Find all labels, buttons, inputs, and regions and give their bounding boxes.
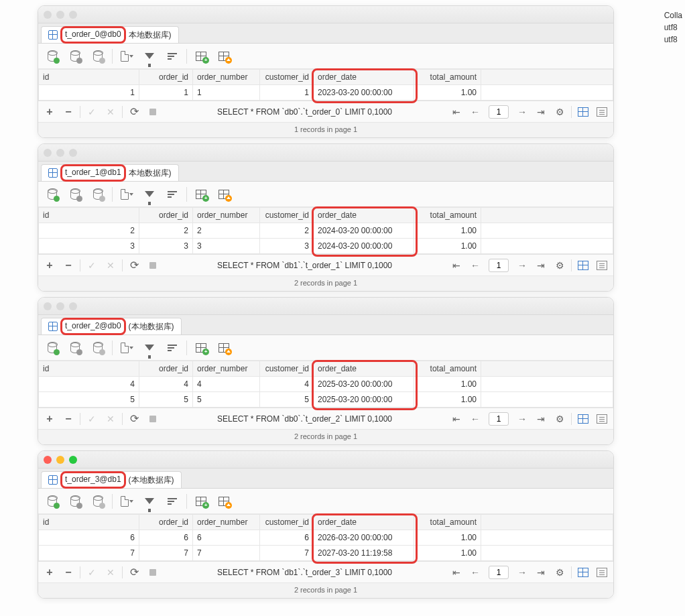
add-table-button[interactable]: + (192, 339, 210, 357)
refresh-button[interactable] (127, 412, 141, 426)
db-pending-button[interactable] (89, 493, 107, 510)
table-row[interactable]: 22222024-03-20 00:00:001.00 (39, 223, 613, 239)
first-page-button[interactable] (449, 258, 464, 273)
cell-order_date[interactable]: 2024-03-20 00:00:00 (314, 223, 414, 239)
col-order-date[interactable]: order_date (314, 208, 414, 223)
window-titlebar[interactable] (38, 144, 613, 162)
cell-id[interactable]: 2 (39, 223, 139, 239)
data-grid[interactable]: id order_id order_number customer_id ord… (38, 361, 613, 408)
sort-button[interactable] (164, 186, 181, 203)
db-rollback-button[interactable] (66, 48, 84, 65)
settings-button[interactable] (552, 565, 567, 580)
table-row[interactable]: 55552025-03-20 00:00:001.00 (39, 392, 613, 408)
tab-active[interactable]: t_order_0@db0 本地数据库) (41, 26, 179, 43)
cell-customer_id[interactable]: 6 (260, 530, 314, 546)
db-pending-button[interactable] (89, 48, 107, 65)
close-dot[interactable] (44, 302, 52, 310)
cell-order_date[interactable]: 2025-03-20 00:00:00 (314, 377, 414, 392)
cell-order_number[interactable]: 2 (193, 223, 260, 239)
apply-button[interactable] (84, 412, 99, 426)
stop-button[interactable] (145, 565, 160, 580)
window-titlebar[interactable] (38, 298, 613, 315)
db-commit-button[interactable] (44, 493, 61, 510)
table-row[interactable]: 66662026-03-20 00:00:001.00 (39, 530, 613, 546)
zoom-dot[interactable] (69, 11, 77, 19)
prev-page-button[interactable] (468, 105, 483, 119)
stop-button[interactable] (145, 412, 160, 426)
apply-button[interactable] (84, 565, 99, 580)
cell-order_date[interactable]: 2024-03-20 00:00:00 (314, 239, 414, 254)
settings-button[interactable] (552, 412, 567, 426)
col-order-number[interactable]: order_number (193, 361, 260, 377)
cell-order_number[interactable]: 7 (193, 546, 260, 561)
minimize-dot[interactable] (56, 302, 64, 310)
cell-customer_id[interactable]: 2 (260, 223, 314, 239)
export-button[interactable] (118, 339, 135, 357)
cell-order_date[interactable]: 2025-03-20 00:00:00 (314, 392, 414, 408)
delete-row-button[interactable] (61, 258, 76, 273)
cell-customer_id[interactable]: 4 (260, 377, 314, 392)
detail-view-button[interactable] (595, 105, 609, 119)
cell-id[interactable]: 6 (39, 530, 139, 546)
zoom-dot[interactable] (69, 149, 77, 157)
export-table-button[interactable] (215, 48, 233, 65)
cell-order_id[interactable]: 6 (139, 530, 193, 546)
col-total-amount[interactable]: total_amount (414, 515, 481, 530)
page-number-input[interactable] (489, 259, 509, 272)
settings-button[interactable] (552, 258, 567, 273)
next-page-button[interactable] (515, 565, 530, 580)
cell-id[interactable]: 5 (39, 392, 139, 408)
cell-total_amount[interactable]: 1.00 (414, 392, 481, 408)
cell-order_id[interactable]: 3 (139, 239, 193, 254)
cell-order_id[interactable]: 2 (139, 223, 193, 239)
last-page-button[interactable] (534, 258, 548, 273)
cell-order_number[interactable]: 3 (193, 239, 260, 254)
prev-page-button[interactable] (468, 412, 483, 426)
delete-row-button[interactable] (61, 412, 76, 426)
refresh-button[interactable] (127, 105, 141, 119)
sort-button[interactable] (164, 48, 181, 65)
cell-order_date[interactable]: 2027-03-20 11:19:58 (314, 546, 414, 561)
close-dot[interactable] (44, 149, 52, 157)
tab-active[interactable]: t_order_3@db1 (本地数据库) (41, 471, 182, 488)
col-order-id[interactable]: order_id (139, 515, 193, 530)
filter-button[interactable] (141, 339, 158, 357)
col-customer-id[interactable]: customer_id (260, 208, 314, 223)
cell-total_amount[interactable]: 1.00 (414, 377, 481, 392)
col-customer-id[interactable]: customer_id (260, 361, 314, 377)
col-order-id[interactable]: order_id (139, 208, 193, 223)
filter-button[interactable] (141, 48, 158, 65)
db-commit-button[interactable] (44, 186, 61, 203)
db-rollback-button[interactable] (66, 186, 84, 203)
filter-button[interactable] (141, 186, 158, 203)
prev-page-button[interactable] (468, 258, 483, 273)
export-button[interactable] (118, 493, 135, 510)
col-order-id[interactable]: order_id (139, 70, 193, 85)
cell-order_id[interactable]: 1 (139, 85, 193, 101)
page-number-input[interactable] (489, 412, 509, 426)
delete-row-button[interactable] (61, 105, 76, 119)
stop-button[interactable] (145, 105, 160, 119)
col-total-amount[interactable]: total_amount (414, 361, 481, 377)
last-page-button[interactable] (534, 565, 548, 580)
tab-active[interactable]: t_order_1@db1 本地数据库) (41, 164, 179, 181)
export-table-button[interactable] (215, 339, 233, 357)
col-total-amount[interactable]: total_amount (414, 70, 481, 85)
cell-customer_id[interactable]: 7 (260, 546, 314, 561)
db-rollback-button[interactable] (66, 493, 84, 510)
stop-button[interactable] (145, 258, 160, 273)
data-grid[interactable]: id order_id order_number customer_id ord… (38, 514, 613, 561)
data-grid[interactable]: id order_id order_number customer_id ord… (38, 207, 613, 254)
table-row[interactable]: 33332024-03-20 00:00:001.00 (39, 239, 613, 254)
add-row-button[interactable] (42, 105, 57, 119)
sort-button[interactable] (164, 493, 181, 510)
next-page-button[interactable] (515, 412, 530, 426)
cell-customer_id[interactable]: 5 (260, 392, 314, 408)
cell-order_number[interactable]: 1 (193, 85, 260, 101)
grid-view-button[interactable] (576, 412, 590, 426)
window-titlebar[interactable] (38, 451, 613, 469)
cancel-button[interactable] (103, 412, 118, 426)
last-page-button[interactable] (534, 105, 548, 119)
cell-order_number[interactable]: 4 (193, 377, 260, 392)
cancel-button[interactable] (103, 258, 118, 273)
